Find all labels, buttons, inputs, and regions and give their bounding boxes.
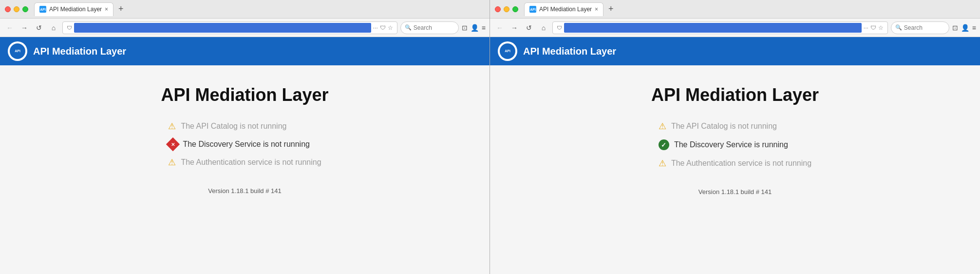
pocket-icon-1[interactable]: 🛡 xyxy=(380,24,386,31)
app-header-1: API API Mediation Layer xyxy=(0,37,490,65)
forward-button-1[interactable]: → xyxy=(19,22,30,34)
warning-icon-1-3: ⚠ xyxy=(168,157,176,168)
status-text-2-1: The API Catalog is not running xyxy=(671,122,777,131)
logo-inner-2: API xyxy=(500,43,515,59)
content-area-2: API Mediation Layer ⚠ The API Catalog is… xyxy=(490,65,980,274)
warning-icon-1-1: ⚠ xyxy=(168,121,176,132)
pocket-icon-2[interactable]: 🛡 xyxy=(870,24,876,31)
browser-window-2: API API Mediation Layer × + ← → ↺ ⌂ 🛡 ··… xyxy=(490,0,980,274)
app-logo-2: API xyxy=(498,41,517,61)
tab-1[interactable]: API API Mediation Layer × xyxy=(34,2,113,16)
forward-button-2[interactable]: → xyxy=(509,22,520,34)
status-item-1-1: ⚠ The API Catalog is not running xyxy=(168,121,321,132)
status-text-2-2: The Discovery Service is running xyxy=(674,140,788,149)
main-title-2: API Mediation Layer xyxy=(651,85,819,105)
version-text-1: Version 1.18.1 build # 141 xyxy=(208,187,281,195)
back-button-1[interactable]: ← xyxy=(4,22,16,34)
tab-favicon-1: API xyxy=(39,6,46,13)
bookmark-icon-2[interactable]: ☆ xyxy=(878,24,884,31)
minimize-button-2[interactable] xyxy=(504,6,509,12)
back-button-2[interactable]: ← xyxy=(494,22,506,34)
success-icon-2-2 xyxy=(659,139,669,150)
logo-inner-1: API xyxy=(10,43,25,59)
search-icon-1: 🔍 xyxy=(405,24,412,31)
app-logo-1: API xyxy=(8,41,27,61)
address-icons-1: ··· 🛡 ☆ xyxy=(373,24,393,31)
home-button-2[interactable]: ⌂ xyxy=(538,22,549,34)
new-tab-button-2[interactable]: + xyxy=(605,4,617,14)
tab-favicon-2: API xyxy=(529,6,536,13)
tab-2[interactable]: API API Mediation Layer × xyxy=(524,2,603,16)
menu-icon-1[interactable]: ≡ xyxy=(482,24,486,32)
main-title-1: API Mediation Layer xyxy=(161,85,328,105)
status-list-1: ⚠ The API Catalog is not running The Dis… xyxy=(168,121,321,168)
new-tab-button-1[interactable]: + xyxy=(115,4,127,14)
app-header-title-2: API Mediation Layer xyxy=(523,46,616,57)
security-icon-1: 🛡 xyxy=(67,25,72,31)
status-item-2-2: The Discovery Service is running xyxy=(659,139,811,150)
app-header-2: API API Mediation Layer xyxy=(490,37,980,65)
tab-close-1[interactable]: × xyxy=(105,6,108,13)
more-icon-2[interactable]: ··· xyxy=(864,24,868,31)
address-bar-2[interactable]: 🛡 ··· 🛡 ☆ xyxy=(552,21,888,34)
nav-bar-2: ← → ↺ ⌂ 🛡 ··· 🛡 ☆ 🔍 ⊡ 👤 ≡ xyxy=(490,19,980,37)
tab-title-1: API Mediation Layer xyxy=(49,6,102,13)
menu-icon-2[interactable]: ≡ xyxy=(972,24,976,32)
browser-actions-1: ⊡ 👤 ≡ xyxy=(462,24,486,32)
reader-view-icon-1[interactable]: ⊡ xyxy=(462,24,468,32)
traffic-lights-1 xyxy=(5,6,28,12)
profile-icon-1[interactable]: 👤 xyxy=(471,24,479,32)
status-item-1-2: The Discovery Service is not running xyxy=(168,139,321,149)
status-text-1-1: The API Catalog is not running xyxy=(181,122,286,131)
address-icons-2: ··· 🛡 ☆ xyxy=(864,24,884,31)
reload-button-2[interactable]: ↺ xyxy=(523,22,535,34)
search-icon-2: 🔍 xyxy=(895,24,902,31)
search-input-1[interactable] xyxy=(414,24,452,31)
tab-bar-1: API API Mediation Layer × + xyxy=(34,2,485,16)
search-bar-1[interactable]: 🔍 xyxy=(400,21,459,34)
warning-icon-2-3: ⚠ xyxy=(659,158,666,169)
close-button[interactable] xyxy=(5,6,11,12)
address-bar-1[interactable]: 🛡 ··· 🛡 ☆ xyxy=(62,21,397,34)
browser-window-1: API API Mediation Layer × + ← → ↺ ⌂ 🛡 ··… xyxy=(0,0,490,274)
maximize-button-2[interactable] xyxy=(512,6,518,12)
reader-view-icon-2[interactable]: ⊡ xyxy=(952,24,958,32)
browser-actions-2: ⊡ 👤 ≡ xyxy=(952,24,976,32)
nav-bar-1: ← → ↺ ⌂ 🛡 ··· 🛡 ☆ 🔍 ⊡ 👤 ≡ xyxy=(0,19,490,37)
close-button-2[interactable] xyxy=(495,6,501,12)
status-text-1-2: The Discovery Service is not running xyxy=(183,140,310,149)
url-input-2[interactable] xyxy=(564,23,862,33)
search-input-2[interactable] xyxy=(904,24,943,31)
app-header-title-1: API Mediation Layer xyxy=(33,46,126,57)
status-list-2: ⚠ The API Catalog is not running The Dis… xyxy=(659,121,811,169)
error-icon-1-2 xyxy=(166,137,180,151)
maximize-button[interactable] xyxy=(22,6,28,12)
tab-title-2: API Mediation Layer xyxy=(539,6,592,13)
more-icon-1[interactable]: ··· xyxy=(373,24,378,31)
status-item-2-3: ⚠ The Authentication service is not runn… xyxy=(659,158,811,169)
status-item-2-1: ⚠ The API Catalog is not running xyxy=(659,121,811,132)
status-item-1-3: ⚠ The Authentication service is not runn… xyxy=(168,157,321,168)
title-bar-1: API API Mediation Layer × + xyxy=(0,0,490,19)
status-text-2-3: The Authentication service is not runnin… xyxy=(671,159,811,168)
version-text-2: Version 1.18.1 build # 141 xyxy=(698,188,772,196)
status-text-1-3: The Authentication service is not runnin… xyxy=(181,158,321,167)
tab-close-2[interactable]: × xyxy=(595,6,598,13)
security-icon-2: 🛡 xyxy=(557,25,562,31)
tab-bar-2: API API Mediation Layer × + xyxy=(524,2,975,16)
url-input-1[interactable] xyxy=(74,23,371,33)
traffic-lights-2 xyxy=(495,6,518,12)
home-button-1[interactable]: ⌂ xyxy=(48,22,59,34)
minimize-button[interactable] xyxy=(14,6,19,12)
reload-button-1[interactable]: ↺ xyxy=(33,22,45,34)
warning-icon-2-1: ⚠ xyxy=(659,121,666,132)
title-bar-2: API API Mediation Layer × + xyxy=(490,0,980,19)
profile-icon-2[interactable]: 👤 xyxy=(961,24,969,32)
bookmark-icon-1[interactable]: ☆ xyxy=(388,24,393,31)
search-bar-2[interactable]: 🔍 xyxy=(891,21,949,34)
content-area-1: API Mediation Layer ⚠ The API Catalog is… xyxy=(0,65,490,274)
